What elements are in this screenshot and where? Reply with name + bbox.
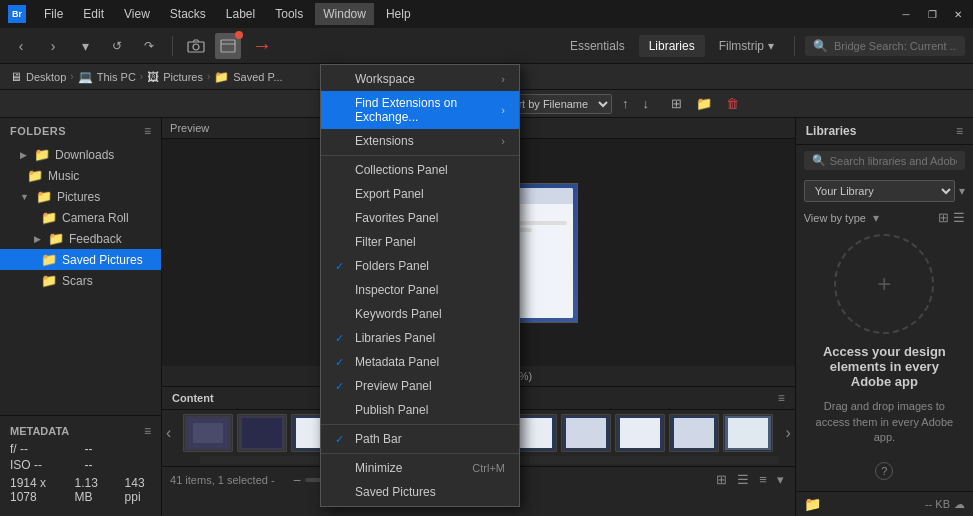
- menu-item-label: Favorites Panel: [355, 211, 438, 225]
- tab-filmstrip[interactable]: Filmstrip ▾: [709, 35, 784, 57]
- strip-left-button[interactable]: ‹: [162, 424, 175, 442]
- window-menu-section-2: Collections Panel Export Panel Favorites…: [321, 156, 519, 425]
- plus-icon: +: [877, 270, 891, 298]
- menu-item-saved-pictures[interactable]: Saved Pictures: [321, 480, 519, 504]
- thumbnail-9[interactable]: [615, 414, 665, 452]
- expand-icon: ▼: [20, 192, 29, 202]
- menu-item-extensions[interactable]: Extensions ›: [321, 129, 519, 153]
- delete-button[interactable]: 🗑: [722, 94, 743, 113]
- nav-dropdown-button[interactable]: ▾: [72, 33, 98, 59]
- strip-right-button[interactable]: ›: [781, 424, 794, 442]
- history-button[interactable]: ↺: [104, 33, 130, 59]
- breadcrumb-sep-3: ›: [207, 71, 210, 82]
- library-select[interactable]: Your Library: [804, 180, 955, 202]
- lib-grid-view-button[interactable]: ⊞: [938, 210, 949, 225]
- folder-feedback[interactable]: ▶ 📁 Feedback: [0, 228, 161, 249]
- sort-action-buttons: ⊞ 📁 🗑: [667, 94, 743, 113]
- breadcrumb-desktop[interactable]: Desktop: [26, 71, 66, 83]
- folder-downloads[interactable]: ▶ 📁 Downloads: [0, 144, 161, 165]
- help-button[interactable]: ?: [875, 462, 893, 480]
- check-icon: ✓: [335, 332, 349, 345]
- menu-item-filter[interactable]: Filter Panel: [321, 230, 519, 254]
- maximize-button[interactable]: ❐: [925, 7, 939, 21]
- menu-help[interactable]: Help: [378, 3, 419, 25]
- menu-item-folders[interactable]: ✓ Folders Panel: [321, 254, 519, 278]
- folder-scars[interactable]: 📁 Scars: [0, 270, 161, 291]
- menu-item-libraries[interactable]: ✓ Libraries Panel: [321, 326, 519, 350]
- menu-item-label: Filter Panel: [355, 235, 416, 249]
- filter-view-button[interactable]: ▾: [774, 470, 787, 489]
- lib-cloud-icon: ☁: [954, 498, 965, 511]
- menu-item-label: Export Panel: [355, 187, 424, 201]
- folder-pictures[interactable]: ▼ 📁 Pictures: [0, 186, 161, 207]
- menu-item-label: Inspector Panel: [355, 283, 438, 297]
- grid-view-button[interactable]: ⊞: [713, 470, 730, 489]
- metadata-menu-icon[interactable]: ≡: [144, 424, 151, 438]
- folder-saved-pictures[interactable]: 📁 Saved Pictures: [0, 249, 161, 270]
- thumbnail-10[interactable]: [669, 414, 719, 452]
- menu-item-metadata[interactable]: ✓ Metadata Panel: [321, 350, 519, 374]
- thumbnail-8[interactable]: [561, 414, 611, 452]
- camera-button[interactable]: [183, 33, 209, 59]
- tab-libraries[interactable]: Libraries: [639, 35, 705, 57]
- breadcrumb-pictures[interactable]: Pictures: [163, 71, 203, 83]
- folders-menu-icon[interactable]: ≡: [144, 124, 151, 138]
- libraries-search[interactable]: 🔍: [804, 151, 965, 170]
- sort-desc-button[interactable]: ↓: [639, 94, 654, 113]
- new-folder-button[interactable]: ⊞: [667, 94, 686, 113]
- back-button[interactable]: ‹: [8, 33, 34, 59]
- lib-new-folder-button[interactable]: 📁: [804, 496, 821, 512]
- folder-music[interactable]: 📁 Music: [0, 165, 161, 186]
- minimize-button[interactable]: ─: [899, 7, 913, 21]
- zoom-out-button[interactable]: −: [293, 472, 301, 488]
- breadcrumb-saved[interactable]: Saved P...: [233, 71, 282, 83]
- content-menu-icon[interactable]: ≡: [778, 391, 785, 405]
- highlighted-btn[interactable]: [215, 33, 241, 59]
- rotate-button[interactable]: ↷: [136, 33, 162, 59]
- title-bar-right: ─ ❐ ✕: [899, 7, 965, 21]
- menu-item-favorites[interactable]: Favorites Panel: [321, 206, 519, 230]
- menu-item-minimize[interactable]: Minimize Ctrl+M: [321, 456, 519, 480]
- libraries-search-input[interactable]: [830, 155, 957, 167]
- menu-item-export[interactable]: Export Panel: [321, 182, 519, 206]
- menu-label[interactable]: Label: [218, 3, 263, 25]
- close-button[interactable]: ✕: [951, 7, 965, 21]
- menu-file[interactable]: File: [36, 3, 71, 25]
- thumbnail-2[interactable]: [237, 414, 287, 452]
- check-icon: ✓: [335, 260, 349, 273]
- menu-item-preview[interactable]: ✓ Preview Panel: [321, 374, 519, 398]
- window-menu-dropdown[interactable]: Workspace › Find Extensions on Exchange.…: [320, 64, 520, 507]
- lib-list-view-button[interactable]: ☰: [953, 210, 965, 225]
- folder-icon: 📁: [48, 231, 64, 246]
- menu-item-inspector[interactable]: Inspector Panel: [321, 278, 519, 302]
- view-by-chevron[interactable]: ▾: [873, 211, 879, 225]
- tab-essentials[interactable]: Essentials: [560, 35, 635, 57]
- menu-item-label: Saved Pictures: [355, 485, 436, 499]
- menu-edit[interactable]: Edit: [75, 3, 112, 25]
- menu-window[interactable]: Window: [315, 3, 374, 25]
- list-view-button[interactable]: ☰: [734, 470, 752, 489]
- menu-item-collections[interactable]: Collections Panel: [321, 158, 519, 182]
- search-bar[interactable]: 🔍: [805, 36, 965, 56]
- sort-asc-button[interactable]: ↑: [618, 94, 633, 113]
- menu-item-keywords[interactable]: Keywords Panel: [321, 302, 519, 326]
- libraries-menu-icon[interactable]: ≡: [956, 124, 963, 138]
- folder-button[interactable]: 📁: [692, 94, 716, 113]
- breadcrumb-pc[interactable]: This PC: [97, 71, 136, 83]
- folder-icon: 📁: [41, 273, 57, 288]
- menu-item-publish[interactable]: Publish Panel: [321, 398, 519, 422]
- menu-item-pathbar[interactable]: ✓ Path Bar: [321, 427, 519, 451]
- folder-camera-roll[interactable]: 📁 Camera Roll: [0, 207, 161, 228]
- search-input[interactable]: [834, 40, 957, 52]
- forward-button[interactable]: ›: [40, 33, 66, 59]
- detail-view-button[interactable]: ≡: [756, 470, 770, 489]
- menu-stacks[interactable]: Stacks: [162, 3, 214, 25]
- thumb-preview: [617, 416, 663, 450]
- thumbnail-1[interactable]: [183, 414, 233, 452]
- thumbnail-11[interactable]: [723, 414, 773, 452]
- menu-view[interactable]: View: [116, 3, 158, 25]
- view-buttons: ⊞ ☰ ≡ ▾: [713, 470, 787, 489]
- menu-item-workspace[interactable]: Workspace ›: [321, 67, 519, 91]
- menu-tools[interactable]: Tools: [267, 3, 311, 25]
- menu-item-find-extensions[interactable]: Find Extensions on Exchange... ›: [321, 91, 519, 129]
